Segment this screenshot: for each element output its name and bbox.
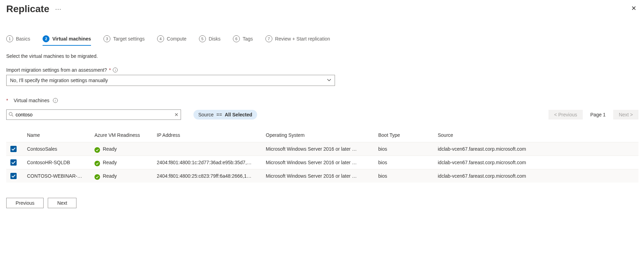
- dropdown-value: No, I'll specify the migration settings …: [10, 78, 108, 83]
- step-label: Target settings: [113, 36, 145, 42]
- row-checkbox[interactable]: [10, 159, 17, 166]
- cell-readiness: Ready: [90, 169, 153, 183]
- cell-boot: bios: [374, 142, 434, 156]
- step-number: 1: [6, 35, 13, 42]
- readiness-text: Ready: [103, 173, 117, 179]
- col-readiness-header[interactable]: Azure VM Readiness: [90, 129, 153, 142]
- search-icon: [9, 112, 13, 118]
- cell-ip: 2404:f801:4800:25:c823:79ff:6a48:2666,1…: [153, 169, 262, 183]
- filter-value: All Selected: [225, 112, 252, 117]
- ready-icon: [94, 161, 100, 166]
- vm-table: Name Azure VM Readiness IP Address Opera…: [6, 129, 638, 183]
- previous-page-button[interactable]: < Previous: [548, 110, 583, 120]
- vm-section-heading: Virtual machines: [13, 98, 49, 103]
- instruction-text: Select the virtual machines to be migrat…: [6, 53, 638, 59]
- step-number: 2: [43, 35, 49, 42]
- required-indicator: *: [6, 98, 8, 103]
- step-number: 3: [103, 35, 110, 42]
- step-label: Review + Start replication: [275, 36, 330, 42]
- col-name-header[interactable]: Name: [23, 129, 90, 142]
- col-boot-header[interactable]: Boot Type: [374, 129, 434, 142]
- next-page-button[interactable]: Next >: [613, 110, 638, 120]
- table-row[interactable]: CONTOSO-WEBINAR-… Ready 2404:f801:4800:2…: [6, 169, 638, 183]
- cell-name: CONTOSO-WEBINAR-…: [23, 169, 90, 183]
- step-number: 4: [157, 35, 164, 42]
- info-icon[interactable]: i: [113, 68, 118, 72]
- more-menu-button[interactable]: ⋯: [53, 5, 63, 14]
- row-checkbox[interactable]: [10, 146, 17, 152]
- vm-search-box[interactable]: ✕: [6, 109, 181, 120]
- ready-icon: [94, 147, 100, 153]
- step-tags[interactable]: 6 Tags: [233, 35, 253, 46]
- cell-source: idclab-vcen67.fareast.corp.microsoft.com: [434, 142, 638, 156]
- svg-line-1: [12, 115, 13, 116]
- table-row[interactable]: ContosoHR-SQLDB Ready 2404:f801:4800:1c:…: [6, 156, 638, 169]
- svg-point-0: [9, 112, 12, 115]
- next-button[interactable]: Next: [48, 198, 76, 208]
- page-title: Replicate: [6, 3, 49, 15]
- import-settings-dropdown[interactable]: No, I'll specify the migration settings …: [6, 75, 335, 86]
- table-row[interactable]: ContosoSales Ready Microsoft Windows Ser…: [6, 142, 638, 156]
- step-disks[interactable]: 5 Disks: [199, 35, 220, 46]
- check-icon: [11, 147, 16, 151]
- cell-source: idclab-vcen67.fareast.corp.microsoft.com: [434, 156, 638, 169]
- step-review[interactable]: 7 Review + Start replication: [265, 35, 330, 46]
- step-virtual-machines[interactable]: 2 Virtual machines: [43, 35, 91, 46]
- check-icon: [11, 160, 16, 165]
- row-checkbox[interactable]: [10, 173, 17, 179]
- step-label: Virtual machines: [52, 36, 91, 42]
- info-icon[interactable]: i: [53, 98, 58, 103]
- step-label: Basics: [16, 36, 30, 42]
- cell-os: Microsoft Windows Server 2016 or later …: [262, 142, 374, 156]
- col-ip-header[interactable]: IP Address: [153, 129, 262, 142]
- cell-source: idclab-vcen67.fareast.corp.microsoft.com: [434, 169, 638, 183]
- close-button[interactable]: ✕: [629, 4, 638, 12]
- col-os-header[interactable]: Operating System: [262, 129, 374, 142]
- ready-icon: [94, 174, 100, 180]
- ellipsis-icon: ⋯: [55, 6, 61, 12]
- cell-name: ContosoHR-SQLDB: [23, 156, 90, 169]
- chevron-down-icon: [327, 78, 331, 83]
- cell-os: Microsoft Windows Server 2016 or later …: [262, 156, 374, 169]
- step-label: Disks: [209, 36, 220, 42]
- cell-os: Microsoft Windows Server 2016 or later …: [262, 169, 374, 183]
- cell-readiness: Ready: [90, 156, 153, 169]
- step-number: 6: [233, 35, 240, 42]
- step-number: 7: [265, 35, 272, 42]
- step-number: 5: [199, 35, 206, 42]
- step-label: Tags: [243, 36, 253, 42]
- filter-operator: ==: [215, 112, 223, 117]
- step-label: Compute: [167, 36, 187, 42]
- step-compute[interactable]: 4 Compute: [157, 35, 187, 46]
- cell-ip: 2404:f801:4800:1c:2d77:36ad:e95b:35d7,…: [153, 156, 262, 169]
- required-indicator: *: [109, 67, 111, 73]
- cell-boot: bios: [374, 169, 434, 183]
- import-settings-label: Import migration settings from an assess…: [6, 67, 107, 73]
- cell-name: ContosoSales: [23, 142, 90, 156]
- filter-key: Source: [198, 112, 214, 117]
- step-basics[interactable]: 1 Basics: [6, 35, 30, 46]
- step-target-settings[interactable]: 3 Target settings: [103, 35, 145, 46]
- page-indicator: Page 1: [590, 112, 606, 117]
- wizard-steps: 1 Basics 2 Virtual machines 3 Target set…: [6, 35, 638, 46]
- cell-ip: [153, 142, 262, 156]
- previous-button[interactable]: Previous: [6, 198, 44, 208]
- clear-search-button[interactable]: ✕: [174, 112, 179, 117]
- cell-readiness: Ready: [90, 142, 153, 156]
- readiness-text: Ready: [103, 160, 117, 165]
- close-icon: ✕: [631, 5, 636, 12]
- cell-boot: bios: [374, 156, 434, 169]
- source-filter-pill[interactable]: Source == All Selected: [193, 110, 257, 120]
- col-source-header[interactable]: Source: [434, 129, 638, 142]
- readiness-text: Ready: [103, 146, 117, 152]
- vm-search-input[interactable]: [13, 112, 174, 117]
- check-icon: [11, 174, 16, 178]
